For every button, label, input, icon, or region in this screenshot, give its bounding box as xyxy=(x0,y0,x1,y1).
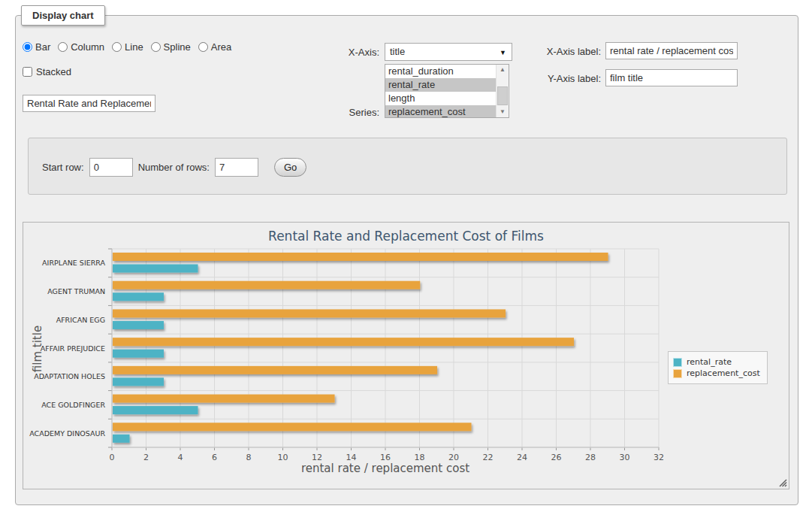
chart-type-radio-line[interactable] xyxy=(112,42,122,52)
svg-text:AFFAIR PREJUDICE: AFFAIR PREJUDICE xyxy=(41,344,105,353)
chart-type-option-area[interactable]: Area xyxy=(198,41,231,53)
chart-type-option-column[interactable]: Column xyxy=(58,41,104,53)
svg-text:ADAPTATION HOLES: ADAPTATION HOLES xyxy=(34,372,105,380)
series-label: Series: xyxy=(331,107,379,118)
svg-text:ACADEMY DINOSAUR: ACADEMY DINOSAUR xyxy=(29,429,105,438)
chart-legend: rental_ratereplacement_cost xyxy=(668,351,768,384)
series-options: rental_durationrental_ratelengthreplacem… xyxy=(385,65,496,118)
stacked-row: Stacked xyxy=(23,66,71,77)
series-option-rental_rate[interactable]: rental_rate xyxy=(385,78,496,92)
chart-type-option-spline[interactable]: Spline xyxy=(151,41,191,53)
series-scrollbar[interactable]: ▲ ▼ xyxy=(496,65,509,117)
svg-text:AFRICAN EGG: AFRICAN EGG xyxy=(56,316,105,324)
legend-item-rental_rate[interactable]: rental_rate xyxy=(673,357,760,367)
chevron-down-icon: ▼ xyxy=(500,44,506,62)
svg-text:AIRPLANE SIERRA: AIRPLANE SIERRA xyxy=(42,259,105,267)
legend-swatch-icon xyxy=(673,369,682,378)
start-row-label: Start row: xyxy=(42,162,84,173)
chart-type-radio-column[interactable] xyxy=(58,42,68,52)
legend-label: replacement_cost xyxy=(687,368,760,378)
stacked-label: Stacked xyxy=(36,66,71,77)
series-option-replacement_cost[interactable]: replacement_cost xyxy=(385,105,496,118)
x-axis-label-label: X-Axis label: xyxy=(533,46,601,57)
chart-type-radio-group: Bar Column Line Spline Area xyxy=(23,41,231,53)
go-button[interactable]: Go xyxy=(274,158,306,177)
app-screen: Display chart Bar Column Line Spline Are… xyxy=(0,0,812,512)
start-row-input[interactable] xyxy=(89,158,133,177)
chart-type-radio-spline[interactable] xyxy=(151,42,161,52)
x-axis-label-input[interactable] xyxy=(605,42,738,59)
svg-text:ACE GOLDFINGER: ACE GOLDFINGER xyxy=(41,401,105,409)
chart-type-option-line[interactable]: Line xyxy=(112,41,143,53)
chart-title-input[interactable] xyxy=(23,95,155,112)
scrollbar-thumb[interactable] xyxy=(497,86,508,105)
chart-type-radio-area[interactable] xyxy=(198,42,208,52)
chart-type-option-bar[interactable]: Bar xyxy=(23,41,50,53)
y-axis-label-label: Y-Axis label: xyxy=(533,73,601,84)
stacked-checkbox[interactable] xyxy=(23,67,32,77)
chart-y-axis-title: film title xyxy=(31,311,43,386)
series-option-rental_duration[interactable]: rental_duration xyxy=(385,65,496,78)
chart-type-radio-bar[interactable] xyxy=(23,42,32,52)
scroll-down-icon[interactable]: ▼ xyxy=(497,107,509,117)
num-rows-label: Number of rows: xyxy=(138,162,210,173)
legend-label: rental_rate xyxy=(687,357,732,367)
y-axis-label-input[interactable] xyxy=(605,69,738,86)
legend-item-replacement_cost[interactable]: replacement_cost xyxy=(673,368,760,378)
resize-handle-icon[interactable] xyxy=(778,478,787,487)
chart-x-axis-title: rental rate / replacement cost xyxy=(112,462,659,475)
num-rows-input[interactable] xyxy=(215,158,258,177)
svg-text:AGENT TRUMAN: AGENT TRUMAN xyxy=(47,287,105,295)
legend-swatch-icon xyxy=(673,358,682,367)
row-controls-panel: Start row: Number of rows: Go xyxy=(28,138,787,195)
x-axis-select-label: X-Axis: xyxy=(331,47,379,58)
fieldset-legend: Display chart xyxy=(21,5,105,26)
row-controls-row: Start row: Number of rows: Go xyxy=(42,158,306,177)
series-option-length[interactable]: length xyxy=(385,92,496,105)
series-listbox[interactable]: rental_durationrental_ratelengthreplacem… xyxy=(385,64,509,118)
chart-container: Rental Rate and Replacement Cost of Film… xyxy=(23,222,789,489)
scroll-up-icon[interactable]: ▲ xyxy=(497,65,509,75)
x-axis-select-value: title xyxy=(390,46,405,57)
x-axis-select[interactable]: title ▼ xyxy=(385,43,512,61)
